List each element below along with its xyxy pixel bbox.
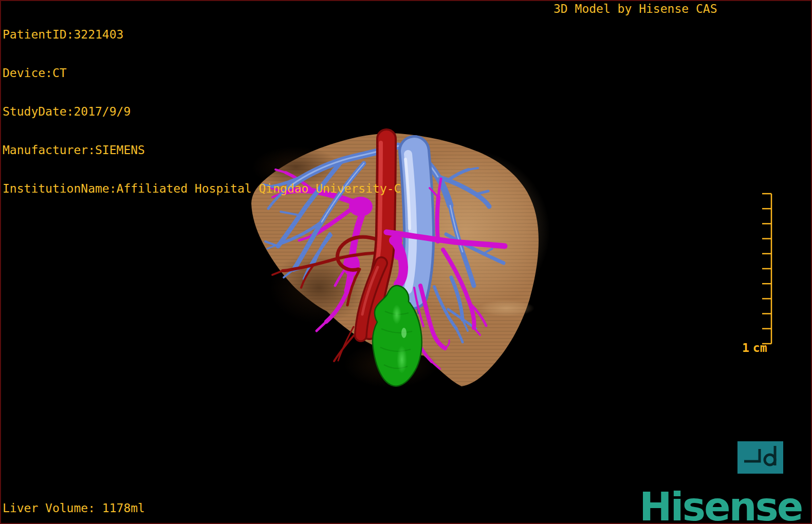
- liver-volume-label: Liver Volume: 1178ml: [3, 502, 145, 515]
- scale-ruler-ticks: [762, 194, 771, 344]
- gallbladder-spec: [401, 328, 407, 338]
- hisense-logo: Hisense: [639, 484, 802, 524]
- app-screen: { "viewer": { "watermark": "3D Model by …: [0, 0, 812, 524]
- scale-label: 1cm: [742, 341, 767, 354]
- orientation-glyph-corner: [744, 449, 760, 461]
- gallbladder-sheen: [397, 346, 407, 373]
- gallbladder-sheen-2: [392, 305, 401, 324]
- scale-unit: cm: [753, 341, 767, 354]
- scale-value: 1: [742, 341, 749, 354]
- liver-sheen-streak: [478, 300, 534, 316]
- watermark: 3D Model by Hisense CAS: [553, 3, 717, 15]
- patient-id: PatientID:3221403: [3, 28, 401, 41]
- orientation-glyph-bowl: [765, 455, 775, 465]
- institution-name: InstitutionName:Affiliated Hospital Qing…: [3, 182, 401, 195]
- orientation-marker-icon: [737, 441, 783, 474]
- study-date: StudyDate:2017/9/9: [3, 105, 401, 118]
- orientation-marker: [737, 441, 783, 474]
- patient-info: PatientID:3221403 Device:CT StudyDate:20…: [3, 3, 401, 208]
- manufacturer: Manufacturer:SIEMENS: [3, 144, 401, 157]
- scale-ruler: [760, 191, 774, 348]
- device: Device:CT: [3, 67, 401, 80]
